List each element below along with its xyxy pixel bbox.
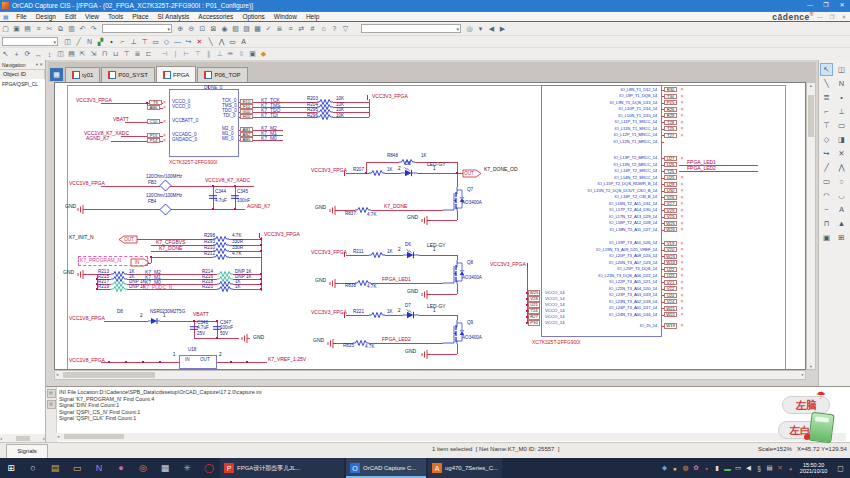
zoom-in-icon[interactable]: ⊕ bbox=[175, 23, 186, 34]
pin-number-box[interactable]: P14 bbox=[147, 138, 160, 143]
place-no-connect-icon[interactable]: ✕ bbox=[835, 147, 848, 160]
place-elliptical-arc-icon[interactable]: ◡ bbox=[835, 189, 848, 202]
pin-number-box[interactable]: P25 bbox=[664, 100, 677, 105]
close-icon[interactable]: ✕ bbox=[39, 62, 43, 67]
paste-icon[interactable]: ▥ bbox=[66, 23, 77, 34]
wire[interactable] bbox=[417, 173, 457, 174]
net-label[interactable]: VCC3V3_FPGA bbox=[490, 262, 526, 267]
distribute-horizontal-icon[interactable]: ⇹ bbox=[225, 49, 236, 60]
wire[interactable] bbox=[104, 321, 148, 322]
pin-number-box[interactable]: V21 bbox=[664, 280, 677, 285]
resistor-symbol[interactable] bbox=[317, 114, 333, 120]
pin-name[interactable]: VCCO_14 bbox=[545, 321, 565, 325]
pin-number[interactable]: 2 bbox=[398, 309, 401, 314]
pin-name[interactable]: IO_L10P_T1_D14_14 bbox=[544, 107, 657, 111]
taskbar-onenote-icon[interactable]: N bbox=[88, 458, 110, 478]
reference-designator[interactable]: C345 bbox=[237, 190, 248, 195]
reference-designator[interactable]: 120Ohm/100MHz bbox=[146, 194, 182, 199]
place-rectangle-icon[interactable]: ▭ bbox=[820, 175, 833, 188]
net-alias[interactable]: K7_M0 bbox=[261, 136, 277, 141]
search-icon[interactable]: ◎ bbox=[464, 23, 475, 34]
mdi-minimize-button[interactable]: — bbox=[814, 14, 826, 20]
place-bus-icon[interactable]: ≣ bbox=[820, 91, 833, 104]
start-button[interactable]: ⊞ bbox=[0, 458, 22, 478]
place-text-icon[interactable]: A bbox=[238, 36, 249, 47]
annotate-icon[interactable]: ▧ bbox=[230, 23, 241, 34]
text-label[interactable]: K7_INIT_N bbox=[69, 235, 94, 240]
pin-name[interactable]: IO_L18N_T2_A11_D27_14 bbox=[544, 228, 657, 232]
menu-item-design[interactable]: Design bbox=[31, 13, 60, 20]
pin-number-box[interactable]: W26 bbox=[664, 227, 677, 232]
wire[interactable] bbox=[101, 362, 179, 363]
component-title[interactable]: XC7K325T-2FFG900I bbox=[169, 160, 217, 165]
menu-item-file[interactable]: File bbox=[12, 13, 31, 20]
print-icon[interactable]: ≡ bbox=[33, 23, 44, 34]
pin-number[interactable]: 1 bbox=[173, 353, 176, 358]
ground-symbol[interactable] bbox=[327, 339, 336, 348]
open-document-icon[interactable]: ▣ bbox=[11, 23, 22, 34]
wire[interactable] bbox=[371, 283, 443, 284]
reference-designator[interactable]: U18 bbox=[188, 348, 196, 353]
capacitor-symbol[interactable] bbox=[231, 195, 239, 199]
place-off-page-connector-icon[interactable]: ↪ bbox=[183, 36, 194, 47]
navigation-item[interactable]: FPGA/QSPI_CL bbox=[0, 79, 45, 87]
wire[interactable] bbox=[427, 354, 457, 355]
component-body[interactable] bbox=[179, 355, 217, 369]
net-label[interactable]: VCC3V3_FPGA bbox=[372, 94, 408, 99]
menu-item-place[interactable]: Place bbox=[128, 13, 153, 20]
pin-number[interactable]: 1 bbox=[433, 248, 436, 253]
pin-name[interactable]: VCCO_14 bbox=[545, 291, 565, 295]
pin-number-box[interactable]: U25 bbox=[664, 175, 677, 180]
menu-item-window[interactable]: Window bbox=[269, 13, 301, 20]
schematic-tab-fpga[interactable]: FPGA bbox=[156, 66, 196, 82]
reference-designator[interactable]: 1K bbox=[387, 310, 393, 315]
net-label[interactable]: FPGA_LED1 bbox=[687, 160, 716, 165]
pin-number-box[interactable]: V24 bbox=[664, 299, 677, 304]
net-label[interactable]: VCC1V8_K7_XADC bbox=[205, 178, 250, 183]
move-tool-icon[interactable]: + bbox=[11, 49, 22, 60]
pin-number-box[interactable]: AB5 bbox=[240, 137, 253, 142]
pin-number-box[interactable]: T25 bbox=[664, 126, 677, 131]
minimize-button[interactable]: — bbox=[802, 0, 818, 11]
reference-designator[interactable]: Q7 bbox=[467, 188, 473, 193]
tray-flower-icon[interactable]: ✿ bbox=[691, 464, 702, 472]
taskbar-clock[interactable]: 15:50:202021/10/10 bbox=[800, 462, 828, 475]
hierarchical-port-out[interactable]: OUT bbox=[119, 236, 137, 243]
redo-icon[interactable]: ↷ bbox=[88, 23, 99, 34]
mirror-vertical-icon[interactable]: ↕ bbox=[44, 49, 55, 60]
zoom-out-icon[interactable]: ⊖ bbox=[186, 23, 197, 34]
distribute-vertical-icon[interactable]: ⇳ bbox=[236, 49, 247, 60]
ground-symbol[interactable] bbox=[421, 350, 430, 359]
taskbar-store-icon[interactable]: ▤ bbox=[44, 458, 66, 478]
reference-designator[interactable]: 1K bbox=[421, 154, 427, 159]
led-symbol[interactable] bbox=[403, 310, 419, 320]
pin-number[interactable]: 1 bbox=[433, 309, 436, 314]
net-label[interactable]: VCC1V8_FPGA bbox=[69, 316, 105, 321]
mosfet-symbol[interactable] bbox=[443, 260, 467, 284]
ground-symbol[interactable] bbox=[77, 270, 86, 279]
menu-item-si-analysis[interactable]: SI Analysis bbox=[153, 13, 194, 20]
pin-name[interactable]: IO_L21N_T3_DQS_A06_D22_14 bbox=[544, 274, 657, 278]
reference-designator[interactable]: R207 bbox=[353, 168, 364, 173]
ground-symbol[interactable] bbox=[77, 205, 86, 214]
wire[interactable] bbox=[457, 173, 458, 187]
wire[interactable] bbox=[97, 289, 111, 290]
resistor-symbol[interactable] bbox=[369, 252, 385, 258]
taskbar-settings-icon[interactable]: ✳ bbox=[176, 458, 198, 478]
text-label[interactable]: GND bbox=[315, 278, 326, 283]
log-hscrollbar[interactable]: ◂ bbox=[56, 433, 846, 441]
pin-name[interactable]: IO_L9P_T1_DQS_14 bbox=[544, 94, 657, 98]
net-label[interactable]: K7_VREF_1.25V bbox=[268, 357, 306, 362]
cross-reference-icon[interactable]: ⇄ bbox=[296, 23, 307, 34]
wire[interactable] bbox=[369, 343, 443, 344]
mdi-close-button[interactable]: ✕ bbox=[838, 14, 850, 20]
pin-name[interactable]: IO_L17P_T2_A14_D30_14 bbox=[544, 208, 657, 212]
net-label[interactable]: VCC3V3_FPGA bbox=[311, 310, 347, 315]
taskbar-explorer-icon[interactable]: ▭ bbox=[66, 458, 88, 478]
pin-name[interactable]: VCCO_14 bbox=[545, 297, 565, 301]
tray-mic-icon[interactable]: ▮ bbox=[712, 464, 723, 472]
text-label[interactable]: GND bbox=[407, 215, 418, 220]
schematic-tab-p00_syst[interactable]: P00_SYST bbox=[101, 67, 155, 82]
pin-name[interactable]: IO_L12N_T1_MRCC_14 bbox=[544, 140, 657, 144]
pin-number-box[interactable]: T30 bbox=[664, 94, 677, 99]
